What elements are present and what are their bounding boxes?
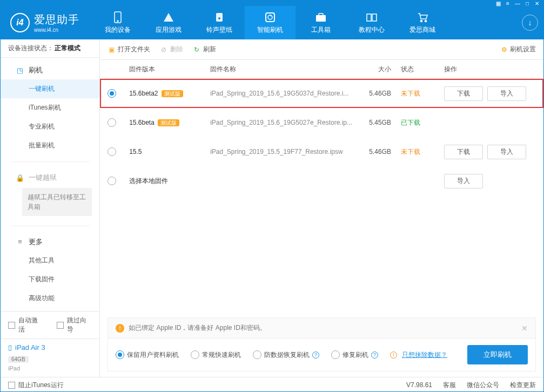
svg-point-1	[117, 21, 118, 22]
op-button[interactable]: 导入	[487, 86, 526, 101]
sidebar-head-flash[interactable]: ◳ 刷机	[1, 61, 99, 79]
help-icon[interactable]: ?	[312, 352, 319, 359]
warning-icon: !	[116, 324, 124, 333]
erase-only[interactable]: ! 只想抹除数据？	[390, 350, 447, 360]
open-folder-button[interactable]: ▣ 打开文件夹	[108, 45, 150, 54]
nav-my-device[interactable]: 我的设备	[92, 6, 143, 39]
device-name: iPad Air 3	[15, 343, 45, 352]
radio-anti-recovery[interactable]	[253, 350, 261, 359]
th-status: 状态	[401, 65, 444, 74]
sidebar-head-more[interactable]: ≡ 更多	[1, 233, 99, 251]
th-version: 固件版本	[129, 65, 210, 74]
table-row[interactable]: 选择本地固件导入	[100, 166, 543, 195]
sidebar: 设备连接状态： 正常模式 ◳ 刷机 一键刷机 iTunes刷机 专业刷机 批量刷…	[1, 39, 100, 377]
separator	[10, 226, 90, 226]
erase-link[interactable]: 只想抹除数据？	[402, 350, 447, 360]
op-button[interactable]: 导入	[487, 145, 526, 159]
wechat-link[interactable]: 微信公众号	[467, 381, 499, 390]
flash-small-icon: ◳	[16, 66, 24, 75]
auto-activate-checkbox[interactable]	[8, 322, 15, 329]
row-radio[interactable]	[108, 89, 116, 98]
opt-normal-fast[interactable]: 常规快速刷机	[191, 350, 241, 360]
radio-keep-data[interactable]	[116, 350, 124, 359]
table-row[interactable]: 15.5iPad_Spring_2019_15.5_19F77_Restore.…	[100, 137, 543, 166]
sidebar-item-other-tools[interactable]: 其他工具	[1, 251, 99, 270]
svg-rect-4	[266, 13, 274, 22]
table-row[interactable]: 15.6beta测试版iPad_Spring_2019_15.6_19G5027…	[100, 108, 543, 137]
nav-ringtones[interactable]: 铃声壁纸	[194, 6, 245, 39]
info-icon[interactable]: !	[390, 352, 397, 359]
sidebar-head-jailbreak: 🔒 一键越狱	[1, 168, 99, 187]
cell-status: 未下载	[401, 147, 444, 157]
sidebar-item-download-fw[interactable]: 下载固件	[1, 270, 99, 289]
nav-store[interactable]: 爱思商城	[397, 6, 448, 39]
download-manager-icon[interactable]: ↓	[522, 15, 538, 31]
sidebar-bottom: 自动激活 跳过向导 ▯ iPad Air 3 64GB iPad	[1, 311, 99, 377]
main-nav: 我的设备 应用游戏 铃声壁纸 智能刷机 工具箱 教程中心 爱思商城	[92, 6, 522, 39]
nav-flash[interactable]: 智能刷机	[245, 6, 295, 39]
op-button[interactable]: 下载	[444, 145, 483, 159]
opt-repair[interactable]: 修复刷机 ?	[331, 350, 378, 360]
firmware-table: 固件版本 固件名称 大小 状态 操作 15.6beta2测试版iPad_Spri…	[100, 60, 543, 317]
row-radio[interactable]	[108, 147, 116, 156]
app-title: 爱思助手	[34, 12, 79, 27]
block-itunes-checkbox[interactable]	[8, 382, 15, 389]
th-name: 固件名称	[210, 65, 352, 74]
close-icon[interactable]: ✕	[534, 0, 540, 6]
apps-icon	[163, 11, 174, 23]
toolbox-icon	[315, 11, 327, 23]
row-radio[interactable]	[108, 177, 116, 185]
delete-button[interactable]: ⊘ 删除	[160, 45, 183, 54]
alert-close-icon[interactable]: ✕	[521, 324, 528, 333]
separator	[10, 161, 90, 162]
skip-wizard-label: 跳过向导	[67, 316, 92, 334]
maximize-icon[interactable]: □	[524, 0, 530, 6]
flash-settings-button[interactable]: ⚙ 刷机设置	[501, 45, 536, 54]
cell-filename: iPad_Spring_2019_15.6_19G5027e_Restore.i…	[210, 119, 352, 126]
opt-keep-data[interactable]: 保留用户资料刷机	[116, 350, 179, 360]
device-storage: 64GB	[8, 356, 29, 363]
svg-point-3	[218, 17, 220, 19]
th-size: 大小	[352, 65, 401, 74]
jailbreak-note: 越狱工具已转移至工具箱	[22, 188, 92, 216]
version-label: V7.98.61	[406, 381, 432, 389]
table-row[interactable]: 15.6beta2测试版iPad_Spring_2019_15.6_19G503…	[100, 79, 543, 108]
header: i4 爱思助手 www.i4.cn 我的设备 应用游戏 铃声壁纸 智能刷机 工具…	[1, 6, 543, 39]
service-link[interactable]: 客服	[443, 381, 456, 390]
delete-icon: ⊘	[160, 46, 167, 53]
row-radio[interactable]	[108, 118, 116, 127]
folder-icon: ▣	[108, 46, 115, 53]
sidebar-item-advanced[interactable]: 高级功能	[1, 289, 99, 308]
flash-options: 保留用户资料刷机 常规快速刷机 防数据恢复刷机 ? 修复刷机 ? ! 只想抹除数…	[108, 339, 536, 371]
apple-id-alert: ! 如已绑定 Apple ID，请准备好 Apple ID和密码。 ✕	[108, 317, 536, 339]
op-button[interactable]: 下载	[444, 86, 483, 101]
th-ops: 操作	[444, 65, 536, 74]
update-link[interactable]: 检查更新	[510, 381, 536, 390]
sidebar-item-pro-flash[interactable]: 专业刷机	[1, 117, 99, 136]
radio-normal-fast[interactable]	[191, 350, 199, 359]
svg-point-7	[421, 20, 422, 22]
app-url: www.i4.cn	[34, 27, 79, 33]
gear-icon: ⚙	[501, 46, 507, 53]
flash-now-button[interactable]: 立即刷机	[467, 345, 528, 364]
refresh-button[interactable]: ↻ 刷新	[193, 45, 216, 54]
sidebar-item-onekey-flash[interactable]: 一键刷机	[1, 79, 99, 98]
op-button[interactable]: 导入	[444, 174, 483, 188]
nav-apps[interactable]: 应用游戏	[143, 6, 194, 39]
cell-version: 15.5	[129, 148, 210, 156]
sidebar-item-itunes-flash[interactable]: iTunes刷机	[1, 98, 99, 117]
logo-icon: i4	[10, 13, 30, 32]
refresh-icon: ↻	[193, 46, 200, 53]
nav-toolbox[interactable]: 工具箱	[295, 6, 346, 39]
help-icon[interactable]: ?	[371, 352, 378, 359]
radio-repair[interactable]	[331, 350, 340, 359]
table-header: 固件版本 固件名称 大小 状态 操作	[100, 60, 543, 79]
cart-icon	[417, 11, 428, 23]
cell-size: 5.46GB	[352, 148, 401, 156]
opt-anti-recovery[interactable]: 防数据恢复刷机 ?	[253, 350, 319, 360]
skip-wizard-checkbox[interactable]	[57, 322, 64, 329]
device-block[interactable]: ▯ iPad Air 3 64GB iPad	[1, 339, 99, 377]
sidebar-item-batch-flash[interactable]: 批量刷机	[1, 136, 99, 155]
svg-rect-5	[316, 15, 326, 22]
nav-tutorials[interactable]: 教程中心	[346, 6, 397, 39]
